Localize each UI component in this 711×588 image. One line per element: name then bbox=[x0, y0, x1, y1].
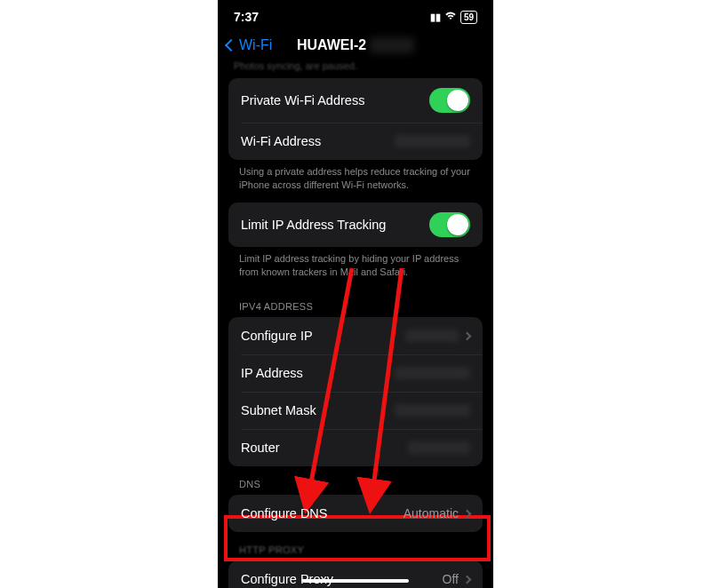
group-ipv4: Configure IP IP Address Subnet Mask Rout… bbox=[228, 317, 483, 466]
row-ip-address[interactable]: IP Address bbox=[228, 354, 483, 392]
row-label: Limit IP Address Tracking bbox=[241, 218, 386, 232]
toggle-private-wifi[interactable] bbox=[429, 88, 470, 113]
row-label: Configure Proxy bbox=[241, 572, 333, 586]
row-value bbox=[395, 367, 470, 379]
row-label: Configure IP bbox=[241, 329, 313, 343]
row-label: IP Address bbox=[241, 366, 303, 380]
signal-icon: ▮▮ bbox=[430, 12, 441, 23]
battery-icon: 59 bbox=[460, 11, 477, 24]
row-value bbox=[395, 135, 470, 147]
footnote-private-wifi: Using a private address helps reduce tra… bbox=[218, 160, 493, 203]
row-label: Private Wi-Fi Address bbox=[241, 93, 364, 107]
group-proxy: Configure Proxy Off bbox=[228, 560, 483, 588]
row-wifi-address[interactable]: Wi-Fi Address bbox=[228, 123, 483, 160]
page-title: HUAWEI-2 bbox=[297, 37, 366, 53]
status-right: ▮▮ 59 bbox=[430, 11, 477, 24]
row-configure-ip[interactable]: Configure IP bbox=[228, 317, 483, 354]
section-header-dns: DNS bbox=[218, 466, 493, 495]
row-value: Automatic bbox=[403, 506, 470, 520]
row-router[interactable]: Router bbox=[228, 429, 483, 466]
row-value bbox=[405, 330, 470, 342]
row-label: Router bbox=[241, 441, 280, 455]
nav-header: Wi-Fi HUAWEI-2 bbox=[218, 34, 493, 59]
row-configure-proxy[interactable]: Configure Proxy Off bbox=[228, 560, 483, 588]
group-limit-ip: Limit IP Address Tracking bbox=[228, 203, 483, 247]
status-bar: 7:37 ▮▮ 59 bbox=[218, 0, 493, 34]
row-label: Subnet Mask bbox=[241, 403, 316, 417]
title-blur bbox=[370, 37, 414, 53]
row-private-wifi[interactable]: Private Wi-Fi Address bbox=[228, 78, 483, 123]
row-value bbox=[408, 441, 470, 454]
chevron-left-icon bbox=[225, 39, 237, 52]
chevron-right-icon bbox=[463, 331, 472, 340]
row-value: Off bbox=[443, 572, 470, 586]
section-header-proxy: HTTP PROXY bbox=[218, 532, 493, 560]
chevron-right-icon bbox=[463, 575, 472, 584]
faded-top-text: Photos syncing, are paused. bbox=[218, 59, 493, 78]
row-label: Wi-Fi Address bbox=[241, 134, 321, 148]
status-time: 7:37 bbox=[234, 10, 259, 24]
row-limit-ip[interactable]: Limit IP Address Tracking bbox=[228, 203, 483, 247]
group-private-wifi: Private Wi-Fi Address Wi-Fi Address bbox=[228, 78, 483, 160]
row-value bbox=[395, 404, 470, 417]
row-subnet-mask[interactable]: Subnet Mask bbox=[228, 392, 483, 429]
row-label: Configure DNS bbox=[241, 506, 328, 520]
phone-frame: 7:37 ▮▮ 59 Wi-Fi HUAWEI-2 Photos syncing… bbox=[218, 0, 493, 588]
section-header-ipv4: IPV4 ADDRESS bbox=[218, 289, 493, 317]
chevron-right-icon bbox=[463, 509, 472, 518]
back-label: Wi-Fi bbox=[239, 37, 272, 53]
group-dns: Configure DNS Automatic bbox=[228, 495, 483, 532]
back-button[interactable]: Wi-Fi bbox=[227, 37, 272, 53]
wifi-icon bbox=[444, 12, 457, 22]
toggle-limit-ip[interactable] bbox=[429, 212, 470, 237]
row-configure-dns[interactable]: Configure DNS Automatic bbox=[228, 495, 483, 532]
footnote-limit-ip: Limit IP address tracking by hiding your… bbox=[218, 247, 493, 290]
